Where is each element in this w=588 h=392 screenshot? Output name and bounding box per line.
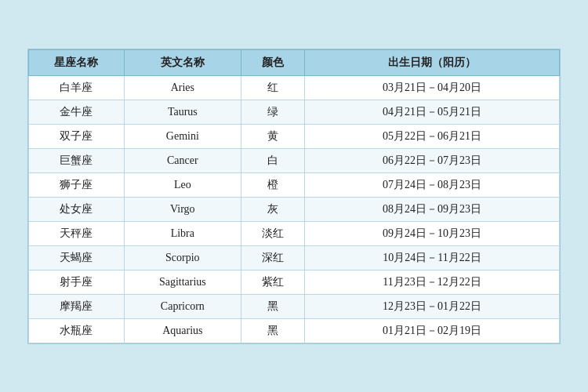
cell-english: Taurus [124, 100, 241, 124]
cell-date: 10月24日－11月22日 [305, 245, 560, 270]
cell-chinese: 双子座 [29, 124, 125, 148]
cell-date: 03月21日－04月20日 [305, 75, 560, 100]
cell-color: 灰 [241, 197, 304, 221]
cell-chinese: 射手座 [29, 270, 125, 294]
cell-english: Capricorn [124, 294, 241, 318]
cell-chinese: 白羊座 [29, 75, 125, 100]
header-color: 颜色 [241, 49, 304, 75]
cell-english: Leo [124, 172, 241, 197]
cell-chinese: 狮子座 [29, 172, 125, 197]
cell-date: 01月21日－02月19日 [305, 318, 560, 343]
cell-color: 深红 [241, 245, 304, 270]
cell-english: Cancer [124, 148, 241, 172]
table-row: 白羊座Aries红03月21日－04月20日 [29, 75, 560, 100]
cell-chinese: 金牛座 [29, 100, 125, 124]
cell-english: Aries [124, 75, 241, 100]
table-header-row: 星座名称 英文名称 颜色 出生日期（阳历） [29, 49, 560, 75]
table-row: 狮子座Leo橙07月24日－08月23日 [29, 172, 560, 197]
cell-date: 08月24日－09月23日 [305, 197, 560, 221]
cell-color: 绿 [241, 100, 304, 124]
cell-color: 黄 [241, 124, 304, 148]
zodiac-table-container: 星座名称 英文名称 颜色 出生日期（阳历） 白羊座Aries红03月21日－04… [27, 49, 561, 344]
table-row: 巨蟹座Cancer白06月22日－07月23日 [29, 148, 560, 172]
cell-english: Gemini [124, 124, 241, 148]
zodiac-table: 星座名称 英文名称 颜色 出生日期（阳历） 白羊座Aries红03月21日－04… [28, 49, 560, 343]
cell-date: 09月24日－10月23日 [305, 221, 560, 245]
table-row: 天秤座Libra淡红09月24日－10月23日 [29, 221, 560, 245]
table-row: 射手座Sagittarius紫红11月23日－12月22日 [29, 270, 560, 294]
table-row: 处女座Virgo灰08月24日－09月23日 [29, 197, 560, 221]
cell-date: 04月21日－05月21日 [305, 100, 560, 124]
cell-chinese: 处女座 [29, 197, 125, 221]
cell-chinese: 巨蟹座 [29, 148, 125, 172]
cell-color: 紫红 [241, 270, 304, 294]
table-row: 双子座Gemini黄05月22日－06月21日 [29, 124, 560, 148]
cell-chinese: 摩羯座 [29, 294, 125, 318]
cell-english: Aquarius [124, 318, 241, 343]
header-date: 出生日期（阳历） [305, 49, 560, 75]
cell-chinese: 天秤座 [29, 221, 125, 245]
cell-english: Sagittarius [124, 270, 241, 294]
cell-chinese: 天蝎座 [29, 245, 125, 270]
cell-english: Virgo [124, 197, 241, 221]
cell-color: 红 [241, 75, 304, 100]
cell-english: Libra [124, 221, 241, 245]
table-row: 水瓶座Aquarius黑01月21日－02月19日 [29, 318, 560, 343]
table-body: 白羊座Aries红03月21日－04月20日金牛座Taurus绿04月21日－0… [29, 75, 560, 343]
cell-date: 05月22日－06月21日 [305, 124, 560, 148]
table-row: 摩羯座Capricorn黑12月23日－01月22日 [29, 294, 560, 318]
header-english: 英文名称 [124, 49, 241, 75]
cell-date: 12月23日－01月22日 [305, 294, 560, 318]
cell-chinese: 水瓶座 [29, 318, 125, 343]
cell-color: 白 [241, 148, 304, 172]
cell-date: 11月23日－12月22日 [305, 270, 560, 294]
cell-color: 淡红 [241, 221, 304, 245]
cell-english: Scorpio [124, 245, 241, 270]
cell-color: 黑 [241, 318, 304, 343]
cell-date: 06月22日－07月23日 [305, 148, 560, 172]
cell-color: 橙 [241, 172, 304, 197]
table-row: 天蝎座Scorpio深红10月24日－11月22日 [29, 245, 560, 270]
header-chinese: 星座名称 [29, 49, 125, 75]
cell-date: 07月24日－08月23日 [305, 172, 560, 197]
table-row: 金牛座Taurus绿04月21日－05月21日 [29, 100, 560, 124]
cell-color: 黑 [241, 294, 304, 318]
